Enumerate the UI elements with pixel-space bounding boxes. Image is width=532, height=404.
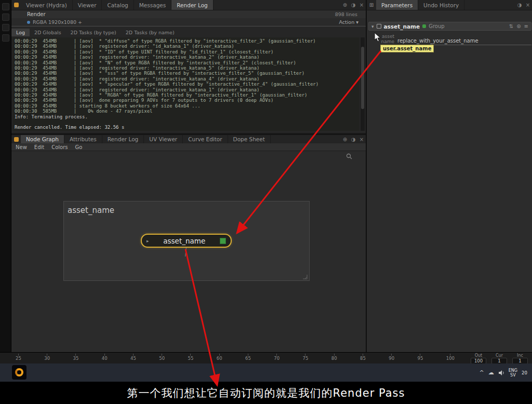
shelf-icon-4[interactable]: [2, 34, 9, 42]
node-enabled-indicator[interactable]: [422, 24, 426, 28]
log-line: 00:00:29 454MB | [aov] registered driver…: [15, 55, 360, 60]
menu-icon[interactable]: ≡: [524, 23, 528, 29]
subtitle-text: 第一个我们想让它自动订阅的就是我们的Render Pass: [127, 386, 405, 400]
katana-taskbar-icon[interactable]: [12, 365, 26, 380]
parameter-label: asset name: [368, 34, 397, 45]
timeline-tick: 60: [217, 354, 222, 363]
subtitle-bar: 第一个我们想让它自动订阅的就是我们的Render Pass: [0, 382, 532, 404]
node-graph-canvas[interactable]: asset_name ▸ asset_name: [11, 151, 366, 353]
menu-edit[interactable]: Edit: [34, 144, 44, 150]
tab-curve-editor[interactable]: Curve Editor: [183, 135, 228, 143]
timeline-fields: Out 100 Cur 1 Inc 1: [471, 353, 528, 364]
timeline-tick: 80: [331, 354, 337, 363]
render-log-output[interactable]: 00:00:29 454MB | [aov] * "diffuse" of ty…: [12, 37, 360, 131]
speaker-icon[interactable]: [498, 370, 504, 376]
tab-node-graph[interactable]: Node Graph: [21, 135, 64, 143]
action-dropdown[interactable]: Action ▾: [339, 19, 358, 25]
render-log-panel: Render 898 lines RGBA 1920x1080 + Action…: [11, 10, 366, 133]
log-line: 00:00:29 454MB | [aov] * "N" of type RGB…: [15, 60, 360, 65]
timeline-ruler[interactable]: 25 30 35 40 45: [16, 354, 455, 363]
tab-dope-sheet[interactable]: Dope Sheet: [228, 135, 271, 143]
menu-go[interactable]: Go: [75, 144, 83, 150]
tab-catalog[interactable]: Catalog: [102, 0, 134, 10]
timeline-tick: 50: [159, 354, 165, 363]
panel-split-icon[interactable]: ⊕: [341, 0, 349, 10]
timeline-tick: 65: [245, 354, 251, 363]
node-graph-panel: Node Graph Attributes Render Log UV View…: [11, 134, 366, 352]
tab-parameters[interactable]: Parameters: [376, 0, 418, 10]
group-resize-handle[interactable]: [302, 274, 308, 279]
panel-close-icon[interactable]: ×: [357, 135, 366, 143]
current-frame-field: Cur 1: [491, 353, 507, 364]
group-node-frame[interactable]: asset_name ▸ asset_name: [63, 201, 310, 281]
asset-name-node[interactable]: ▸ asset_name: [141, 234, 232, 248]
tab-render-log-2[interactable]: Render Log: [102, 135, 144, 143]
panel-layout-icon[interactable]: ◑: [515, 0, 524, 10]
timeline-tick: 30: [44, 354, 50, 363]
render-log-subtabs: Log 2D Globals 2D Tasks (by type) 2D Tas…: [11, 29, 366, 36]
panel-split-icon[interactable]: ⊕: [341, 135, 349, 143]
subtab-log[interactable]: Log: [11, 29, 30, 36]
clock[interactable]: 20: [522, 370, 531, 375]
render-buffer-row: RGBA 1920x1080 + Action ▾: [11, 18, 366, 26]
panel-close-icon[interactable]: ×: [357, 0, 366, 10]
chevron-down-icon[interactable]: ▾: [371, 24, 374, 29]
parameters-pane-tabbar: ⊞ Parameters Undo History ◑ ×: [366, 0, 532, 10]
tab-uv-viewer[interactable]: UV Viewer: [144, 135, 183, 143]
subtab-2d-globals[interactable]: 2D Globals: [30, 29, 66, 36]
render-title: Render: [27, 11, 46, 17]
timeline-tick: 40: [102, 354, 108, 363]
parameter-tooltip: user.asset_name: [380, 45, 434, 52]
panel-layout-icon[interactable]: ◑: [349, 135, 357, 143]
panel-close-icon[interactable]: ×: [524, 0, 532, 10]
timeline-tick: 100: [446, 354, 455, 363]
shelf-icon-3[interactable]: [2, 24, 9, 31]
node-graph-menubar: New Edit Colors Go: [11, 143, 366, 151]
cur-label: Cur: [496, 353, 503, 358]
pane-handle-icon[interactable]: [11, 0, 21, 10]
log-line: 00:00:29 454MB | starting 8 bucket worke…: [15, 103, 360, 109]
shelf-icon-2[interactable]: [2, 14, 9, 21]
out-label: Out: [475, 353, 483, 358]
parameter-node-type: Group: [429, 23, 444, 29]
shelf-icon-1[interactable]: [2, 3, 9, 10]
render-log-header: Render 898 lines: [11, 10, 366, 18]
pane-handle-icon[interactable]: [11, 135, 21, 143]
tab-undo-history[interactable]: Undo History: [418, 0, 464, 10]
node-status-badge: [220, 238, 226, 244]
tab-render-log[interactable]: Render Log: [171, 0, 213, 10]
log-scroll-thumb[interactable]: [361, 47, 364, 109]
gear-icon[interactable]: ⊛: [516, 23, 521, 29]
subtab-2d-tasks-type[interactable]: 2D Tasks (by type): [66, 29, 121, 36]
system-tray: ^ ☁ ENG SV 20: [480, 363, 532, 382]
log-line: 00:00:29 454MB | [aov] registered driver…: [15, 65, 360, 71]
tab-viewer-hydra[interactable]: Viewer (Hydra): [21, 0, 73, 10]
katana-window: Viewer (Hydra) Viewer Catalog Messages R…: [0, 0, 532, 404]
log-line: 00:00:29 454MB | [aov] * "specular" of t…: [15, 82, 360, 87]
panel-layout-icon[interactable]: ◑: [349, 0, 357, 10]
parameter-node-name: asset_name: [384, 23, 420, 30]
lines-count-badge: 898 lines: [335, 11, 357, 17]
tray-expand-icon[interactable]: ^: [480, 369, 484, 376]
buffer-label[interactable]: RGBA 1920x1080 +: [33, 19, 82, 25]
parameters-panel: ▾ asset_name Group ⇅ ⊛ ≡ asset name repl…: [366, 10, 532, 352]
language-indicator[interactable]: ENG SV: [509, 368, 517, 378]
log-scrollbar[interactable]: [361, 37, 365, 131]
node-graph-tabbar: Node Graph Attributes Render Log UV View…: [11, 135, 366, 143]
log-line: 00:00:29 454MB | [aov] * "diffuse" of ty…: [15, 38, 360, 44]
cloud-icon[interactable]: ☁: [488, 369, 494, 376]
subtab-2d-tasks-name[interactable]: 2D Tasks (by name): [121, 29, 179, 36]
sort-icon[interactable]: ⇅: [509, 23, 513, 29]
tab-viewer[interactable]: Viewer: [73, 0, 102, 10]
tab-messages[interactable]: Messages: [134, 0, 172, 10]
menu-colors[interactable]: Colors: [51, 144, 68, 150]
menu-new[interactable]: New: [16, 144, 27, 150]
search-icon[interactable]: [346, 153, 352, 159]
node-label: asset_name: [149, 237, 220, 245]
pane-grid-icon[interactable]: ⊞: [367, 0, 376, 10]
viewer-pane-tabbar: Viewer (Hydra) Viewer Catalog Messages R…: [11, 0, 366, 10]
tab-attributes[interactable]: Attributes: [64, 135, 102, 143]
asset-name-input[interactable]: replace_with_your_asset_name: [397, 38, 531, 45]
timeline-bar: 25 30 35 40 45: [0, 352, 532, 363]
parameter-node-header[interactable]: ▾ asset_name Group ⇅ ⊛ ≡: [368, 22, 531, 31]
